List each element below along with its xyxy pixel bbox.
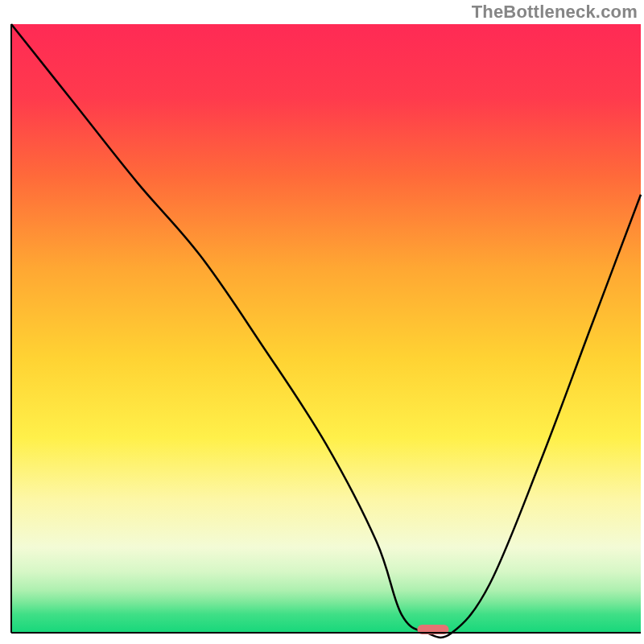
- gradient-background: [11, 24, 641, 633]
- plot-area: [11, 24, 641, 638]
- bottleneck-chart: [0, 0, 644, 644]
- chart-container: TheBottleneck.com: [0, 0, 644, 644]
- watermark-text: TheBottleneck.com: [472, 2, 638, 23]
